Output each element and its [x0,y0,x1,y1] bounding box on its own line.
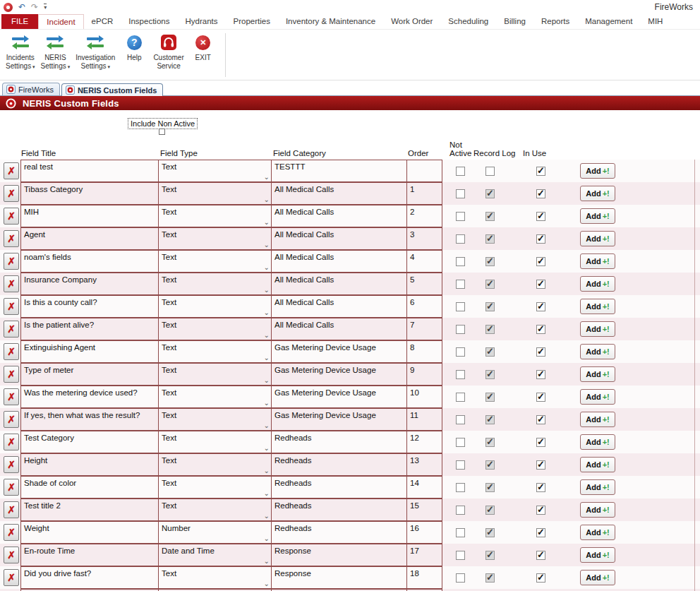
record-log-checkbox[interactable] [485,167,495,176]
order-input[interactable]: 18 [406,566,442,589]
in-use-checkbox[interactable] [536,506,545,515]
add-button[interactable]: Add+! [580,208,615,224]
doc-tab-neris-custom-fields[interactable]: NERIS Custom Fields [61,83,163,96]
ribbon-button-help[interactable]: ?Help [118,32,150,62]
order-input[interactable]: 7 [406,318,442,340]
field-type-dropdown[interactable]: Text⌄ [158,453,272,476]
add-button[interactable]: Add+! [580,479,615,495]
delete-row-button[interactable]: ✗ [4,479,19,496]
ribbon-button-neris-settings[interactable]: NERISSettings ▾ [38,32,73,71]
field-title-input[interactable]: Did you drive fast? [20,566,159,589]
record-log-checkbox[interactable] [485,483,495,492]
delete-row-button[interactable]: ✗ [4,524,19,541]
field-title-input[interactable]: real test [20,160,159,182]
add-button[interactable]: Add+! [580,344,615,359]
field-category-input[interactable]: All Medical Calls [271,318,407,340]
field-category-input[interactable]: Gas Metering Device Usage [271,386,407,408]
order-input[interactable]: 16 [406,521,442,544]
order-input[interactable]: 12 [406,431,442,453]
field-category-input[interactable]: Redheads [271,453,407,476]
field-title-input[interactable]: Height [20,453,159,476]
delete-row-button[interactable]: ✗ [4,388,19,405]
delete-row-button[interactable]: ✗ [4,411,19,428]
field-category-input[interactable]: Redheads [271,431,407,453]
order-input[interactable]: 1 [406,182,442,205]
ribbon-tab-inspections[interactable]: Inspections [121,14,177,29]
ribbon-tab-billing[interactable]: Billing [496,14,533,29]
in-use-checkbox[interactable] [536,460,545,470]
field-category-input[interactable]: Redheads [271,476,407,499]
field-category-input[interactable]: Redheads [271,521,407,544]
not-active-checkbox[interactable] [456,460,465,470]
not-active-checkbox[interactable] [456,280,465,289]
add-button[interactable]: Add+! [580,321,615,337]
not-active-checkbox[interactable] [456,347,465,357]
ribbon-tab-management[interactable]: Management [577,14,640,29]
record-log-checkbox[interactable] [485,573,495,583]
record-log-checkbox[interactable] [485,438,495,447]
add-button[interactable]: Add+! [580,186,615,201]
not-active-checkbox[interactable] [456,506,465,515]
in-use-checkbox[interactable] [536,528,545,537]
include-non-active-label[interactable]: Include Non Active [128,118,198,129]
ribbon-button-exit[interactable]: ✕EXIT [187,32,219,62]
order-input[interactable]: 2 [406,205,442,227]
record-log-checkbox[interactable] [485,347,495,357]
not-active-checkbox[interactable] [456,189,465,198]
not-active-checkbox[interactable] [456,573,465,583]
field-category-input[interactable]: All Medical Calls [271,182,407,205]
delete-row-button[interactable]: ✗ [4,434,19,450]
not-active-checkbox[interactable] [456,370,465,379]
record-log-checkbox[interactable] [485,325,495,334]
add-button[interactable]: Add+! [580,547,615,563]
field-category-input[interactable]: Response [271,566,407,589]
field-category-input[interactable]: All Medical Calls [271,205,407,227]
delete-row-button[interactable]: ✗ [4,253,19,270]
not-active-checkbox[interactable] [456,257,465,266]
delete-row-button[interactable]: ✗ [4,547,19,563]
delete-row-button[interactable]: ✗ [4,275,19,292]
field-type-dropdown[interactable]: Text⌄ [158,363,272,386]
in-use-checkbox[interactable] [536,257,545,266]
not-active-checkbox[interactable] [456,438,465,447]
order-input[interactable]: 17 [406,544,442,566]
order-input[interactable]: 4 [406,250,442,273]
record-log-checkbox[interactable] [485,393,495,402]
record-log-checkbox[interactable] [485,528,495,537]
ribbon-tab-work-order[interactable]: Work Order [383,14,440,29]
ribbon-tab-properties[interactable]: Properties [225,14,277,29]
field-type-dropdown[interactable]: Text⌄ [158,566,272,589]
record-log-checkbox[interactable] [485,506,495,515]
add-button[interactable]: Add+! [580,299,615,314]
add-button[interactable]: Add+! [580,163,615,179]
order-input[interactable]: 14 [406,476,442,499]
in-use-checkbox[interactable] [536,393,545,402]
field-title-input[interactable]: Type of meter [20,363,159,386]
add-button[interactable]: Add+! [580,570,615,585]
delete-row-button[interactable]: ✗ [4,321,19,338]
field-category-input[interactable]: All Medical Calls [271,273,407,295]
field-type-dropdown[interactable]: Text⌄ [158,273,272,295]
undo-icon[interactable]: ↶ [18,3,25,11]
add-button[interactable]: Add+! [580,457,615,472]
ribbon-tab-reports[interactable]: Reports [533,14,577,29]
in-use-checkbox[interactable] [536,347,545,357]
order-input[interactable]: 9 [406,363,442,386]
field-title-input[interactable]: Insurance Company [20,273,159,295]
field-title-input[interactable]: Extinguishing Agent [20,340,159,363]
record-log-checkbox[interactable] [485,302,495,311]
add-button[interactable]: Add+! [580,389,615,405]
field-title-input[interactable]: Was the metering device used? [20,386,159,408]
field-type-dropdown[interactable]: Text⌄ [158,250,272,273]
in-use-checkbox[interactable] [536,415,545,424]
in-use-checkbox[interactable] [536,280,545,289]
doc-tab-fireworks[interactable]: FireWorks [2,83,60,95]
field-type-dropdown[interactable]: Text⌄ [158,431,272,453]
not-active-checkbox[interactable] [456,234,465,244]
order-input[interactable]: 3 [406,227,442,250]
ribbon-button-customer-service[interactable]: CustomerService [150,32,186,71]
field-title-input[interactable]: If yes, then what was the result? [20,408,159,431]
order-input[interactable]: 6 [406,295,442,318]
in-use-checkbox[interactable] [536,234,545,244]
not-active-checkbox[interactable] [456,302,465,311]
